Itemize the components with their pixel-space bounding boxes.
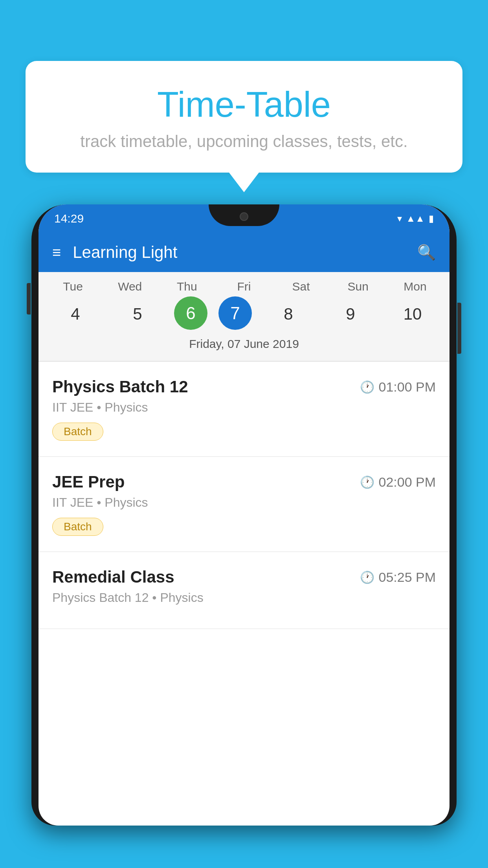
bubble-subtitle: track timetable, upcoming classes, tests… (49, 132, 439, 151)
day-header-sun: Sun (332, 280, 383, 293)
day-header-tue: Tue (48, 280, 99, 293)
schedule-item-3-name: Remedial Class (52, 568, 174, 587)
schedule-item-3[interactable]: Remedial Class 🕐 05:25 PM Physics Batch … (39, 552, 449, 629)
day-numbers: 4 5 6 7 8 9 10 (39, 296, 449, 332)
schedule-item-2-header: JEE Prep 🕐 02:00 PM (52, 473, 436, 491)
schedule-item-2-name: JEE Prep (52, 473, 125, 491)
phone-notch (209, 204, 279, 226)
day-10[interactable]: 10 (387, 296, 438, 332)
day-8[interactable]: 8 (263, 296, 314, 332)
schedule-item-2[interactable]: JEE Prep 🕐 02:00 PM IIT JEE • Physics Ba… (39, 457, 449, 552)
schedule-item-1-header: Physics Batch 12 🕐 01:00 PM (52, 377, 436, 396)
app-bar: ≡ Learning Light 🔍 (39, 233, 449, 272)
schedule-item-1-time: 🕐 01:00 PM (360, 379, 436, 395)
schedule-item-1-sub: IIT JEE • Physics (52, 400, 436, 415)
batch-badge-2: Batch (52, 518, 103, 536)
phone-mockup: 14:29 ▾ ▲▲ ▮ ≡ Learning Light 🔍 Tue Wed … (31, 204, 457, 868)
clock-icon-1: 🕐 (360, 380, 374, 394)
day-6-today[interactable]: 6 (174, 296, 207, 330)
schedule-item-2-time: 🕐 02:00 PM (360, 474, 436, 490)
signal-icon: ▲▲ (406, 213, 425, 224)
day-header-fri: Fri (218, 280, 270, 293)
day-5[interactable]: 5 (112, 296, 163, 332)
schedule-item-3-time-text: 05:25 PM (378, 570, 436, 585)
day-header-sat: Sat (275, 280, 327, 293)
notch-camera (240, 212, 248, 221)
bubble-title: Time-Table (49, 85, 439, 125)
clock-icon-2: 🕐 (360, 475, 374, 489)
speech-bubble: Time-Table track timetable, upcoming cla… (26, 61, 462, 173)
schedule-item-1-time-text: 01:00 PM (378, 379, 436, 395)
schedule-item-3-header: Remedial Class 🕐 05:25 PM (52, 568, 436, 587)
search-icon[interactable]: 🔍 (417, 244, 436, 261)
wifi-icon: ▾ (397, 213, 402, 224)
bubble-arrow (229, 173, 259, 192)
day-header-mon: Mon (389, 280, 440, 293)
status-icons: ▾ ▲▲ ▮ (397, 213, 434, 224)
schedule-item-3-sub: Physics Batch 12 • Physics (52, 590, 436, 605)
schedule-item-3-time: 🕐 05:25 PM (360, 570, 436, 585)
schedule-item-1-name: Physics Batch 12 (52, 377, 188, 396)
battery-icon: ▮ (429, 213, 434, 224)
hamburger-menu-icon[interactable]: ≡ (52, 244, 61, 261)
day-7-selected[interactable]: 7 (218, 296, 252, 330)
app-title: Learning Light (73, 243, 417, 262)
selected-date-label: Friday, 07 June 2019 (39, 337, 449, 357)
clock-icon-3: 🕐 (360, 570, 374, 584)
schedule-item-1[interactable]: Physics Batch 12 🕐 01:00 PM IIT JEE • Ph… (39, 362, 449, 457)
speech-bubble-container: Time-Table track timetable, upcoming cla… (26, 61, 462, 192)
day-header-thu: Thu (161, 280, 213, 293)
day-header-wed: Wed (105, 280, 156, 293)
calendar-strip: Tue Wed Thu Fri Sat Sun Mon 4 5 6 7 8 9 … (39, 272, 449, 361)
schedule-item-2-time-text: 02:00 PM (378, 474, 436, 490)
day-9[interactable]: 9 (325, 296, 376, 332)
day-headers: Tue Wed Thu Fri Sat Sun Mon (39, 280, 449, 293)
day-4[interactable]: 4 (50, 296, 101, 332)
schedule-list: Physics Batch 12 🕐 01:00 PM IIT JEE • Ph… (39, 362, 449, 629)
batch-badge-1: Batch (52, 423, 103, 441)
status-time: 14:29 (54, 212, 84, 225)
phone-screen: 14:29 ▾ ▲▲ ▮ ≡ Learning Light 🔍 Tue Wed … (39, 204, 449, 826)
schedule-item-2-sub: IIT JEE • Physics (52, 495, 436, 510)
phone-outer: 14:29 ▾ ▲▲ ▮ ≡ Learning Light 🔍 Tue Wed … (31, 204, 457, 826)
